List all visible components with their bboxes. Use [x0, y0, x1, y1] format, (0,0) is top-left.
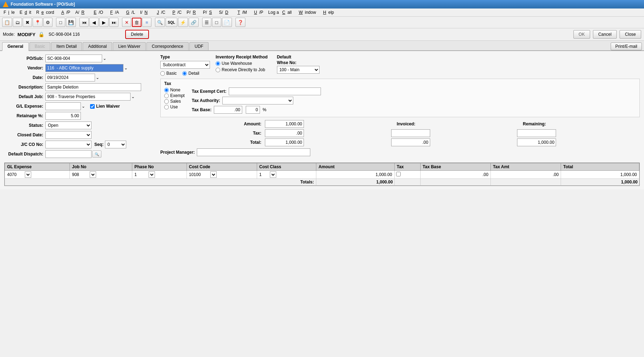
vendor-input[interactable]	[45, 64, 123, 72]
row-phase-no-input[interactable]	[134, 172, 148, 177]
prev-button[interactable]: ◀	[89, 18, 99, 27]
row-tax-base-input[interactable]	[461, 172, 489, 177]
tab-lien-waiver[interactable]: Lien Waiver	[113, 42, 146, 50]
close-button[interactable]: Close	[620, 30, 641, 39]
row-phase-no-select[interactable]	[149, 171, 155, 178]
tab-additional[interactable]: Additional	[83, 42, 112, 50]
invoiced-input[interactable]	[391, 129, 430, 137]
use-warehouse-radio[interactable]	[216, 61, 220, 66]
row-cost-code-input[interactable]	[188, 172, 210, 177]
tax-authority-select[interactable]	[222, 97, 293, 104]
ok-button[interactable]: OK	[573, 30, 590, 39]
clear-button[interactable]: ✖	[23, 18, 32, 27]
menu-sd[interactable]: S/D	[217, 9, 233, 16]
row-gl-expense-select[interactable]	[25, 171, 31, 178]
delete-button[interactable]: Delete	[125, 30, 149, 39]
type-select[interactable]: Subcontract Purchase Order	[160, 61, 210, 69]
default-dispatch-input[interactable]	[45, 150, 91, 158]
next-button[interactable]: ▶	[99, 18, 109, 27]
browse-button[interactable]: 📋	[2, 18, 12, 27]
tab-general[interactable]: General	[2, 42, 29, 51]
receive-directly-radio[interactable]	[216, 68, 220, 72]
tax-base-input[interactable]	[214, 106, 242, 114]
link-button[interactable]: 🔗	[189, 18, 199, 27]
total-invoiced-input[interactable]	[391, 138, 430, 146]
gl-expense-input[interactable]	[45, 102, 81, 110]
menu-up[interactable]: U/P	[250, 9, 265, 16]
menu-record[interactable]: Record	[34, 9, 56, 16]
retainage-input[interactable]	[45, 112, 81, 120]
tax-amount-input[interactable]	[265, 129, 304, 137]
row-job-no-input[interactable]	[71, 172, 89, 177]
delete-toolbar-button[interactable]: 🗑	[132, 18, 141, 27]
menu-file[interactable]: File	[1, 9, 17, 16]
menu-eo[interactable]: E/O	[89, 9, 105, 16]
date-input[interactable]	[45, 74, 95, 81]
menu-help[interactable]: Help	[319, 9, 336, 16]
tab-udf[interactable]: UDF	[189, 42, 209, 50]
help-toolbar-button[interactable]: ❓	[235, 18, 245, 27]
report-button[interactable]: 📄	[222, 18, 232, 27]
menu-log-call[interactable]: Log a Call	[266, 9, 294, 16]
row-tax-amt-input[interactable]	[531, 172, 559, 177]
first-button[interactable]: ⏮	[79, 18, 89, 27]
menu-tm[interactable]: T/M	[233, 9, 249, 16]
menu-window[interactable]: Window	[294, 9, 318, 16]
menu-ps[interactable]: P/S	[201, 9, 216, 16]
new-button[interactable]: □	[56, 18, 65, 27]
row-cost-class-input[interactable]	[259, 172, 269, 177]
search-button[interactable]: 🔍	[155, 18, 165, 27]
folder-button[interactable]: 🗂	[13, 18, 22, 27]
project-manager-input[interactable]	[197, 148, 310, 156]
amount-input[interactable]	[265, 120, 304, 128]
menu-pc[interactable]: P/C	[168, 9, 184, 16]
row-amount-input[interactable]	[361, 172, 393, 177]
tax-use-radio[interactable]	[164, 105, 169, 109]
menu-pr[interactable]: P/R	[184, 9, 200, 16]
row-cost-code-select[interactable]	[210, 171, 217, 178]
detail-radio[interactable]	[182, 71, 187, 76]
tax-none-radio[interactable]	[164, 88, 169, 92]
tax-exempt-radio[interactable]	[164, 94, 169, 98]
cancel-button[interactable]: Cancel	[593, 30, 617, 39]
menu-edit[interactable]: Edit	[17, 9, 33, 16]
tax-sales-radio[interactable]	[164, 99, 169, 104]
tab-correspondence[interactable]: Correspondence	[146, 42, 189, 50]
save-button[interactable]: 💾	[66, 18, 76, 27]
list-button[interactable]: ≡	[142, 18, 151, 27]
row-tax-checkbox[interactable]	[396, 172, 401, 176]
menu-ap[interactable]: A/P	[57, 9, 72, 16]
dispatch-search-button[interactable]: 🔍	[92, 151, 101, 158]
doc-button[interactable]: □	[212, 18, 221, 27]
tax-exempt-cert-input[interactable]	[229, 87, 321, 95]
row-gl-expense-input[interactable]	[6, 172, 24, 177]
status-select[interactable]: Open Closed	[45, 121, 91, 129]
default-job-input[interactable]	[45, 93, 131, 101]
sql-button[interactable]: SQL	[166, 18, 177, 27]
row-job-no-select[interactable]	[90, 171, 96, 178]
lien-waiver-checkbox[interactable]	[90, 104, 95, 109]
jcco-select[interactable]	[45, 141, 91, 148]
closed-date-select[interactable]	[45, 131, 91, 139]
menu-fa[interactable]: F/A	[106, 9, 121, 16]
print-email-button[interactable]: Print/E-mail	[611, 42, 642, 50]
last-button[interactable]: ⏭	[109, 18, 118, 27]
menu-gl[interactable]: G/L	[122, 9, 137, 16]
settings-button[interactable]: ⚙	[43, 18, 52, 27]
remaining-input[interactable]	[517, 129, 556, 137]
menu-ar[interactable]: A/R	[73, 9, 89, 16]
row-total-input[interactable]	[606, 172, 638, 177]
total-remaining-input[interactable]	[517, 138, 556, 146]
menu2-button[interactable]: ☰	[202, 18, 211, 27]
total-input[interactable]	[265, 138, 304, 146]
menu-in[interactable]: I/N	[138, 9, 152, 16]
pin-button[interactable]: 📍	[33, 18, 43, 27]
whse-no-select[interactable]: 100 - Main	[277, 66, 320, 74]
posub-input[interactable]	[45, 55, 102, 62]
row-cost-class-select[interactable]	[270, 171, 276, 178]
cancel-toolbar-button[interactable]: ✕	[122, 18, 131, 27]
menu-jc[interactable]: J/C	[152, 9, 167, 16]
basic-radio[interactable]	[160, 71, 165, 76]
flash-button[interactable]: ⚡	[178, 18, 188, 27]
tab-item-detail[interactable]: Item Detail	[51, 42, 82, 50]
